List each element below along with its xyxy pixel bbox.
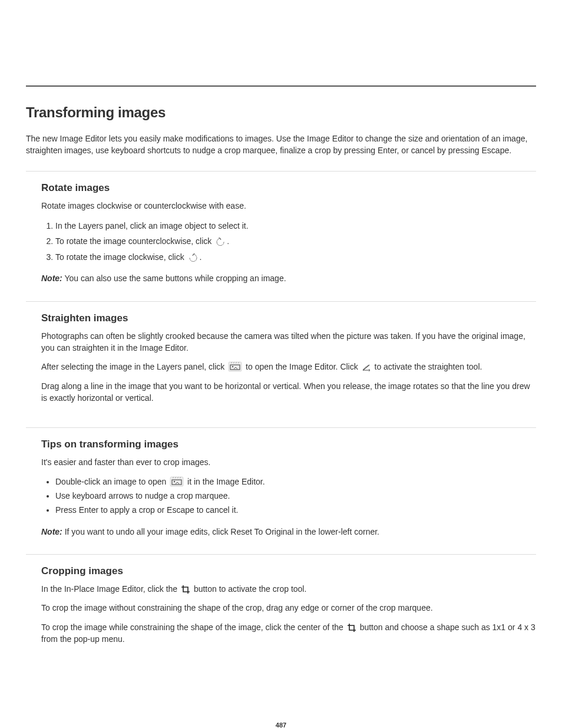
page-number: 487 bbox=[26, 722, 536, 728]
descr-crop-2: To crop the image without constraining t… bbox=[41, 602, 536, 614]
list-item: To rotate the image counterclockwise, cl… bbox=[55, 234, 536, 249]
note-tips: Note: If you want to undo all your image… bbox=[41, 526, 536, 538]
crop-icon bbox=[347, 623, 356, 633]
list-item: Press Enter to apply a crop or Escape to… bbox=[55, 503, 536, 518]
image-editor-icon bbox=[170, 476, 184, 487]
image-editor-icon bbox=[228, 361, 242, 372]
list-item: Use keyboard arrows to nudge a crop marq… bbox=[55, 489, 536, 503]
heading-crop: Cropping images bbox=[41, 565, 536, 577]
section-rotate: Rotate images Rotate images clockwise or… bbox=[26, 171, 536, 301]
descr-crop-1: In the In-Place Image Editor, click the … bbox=[41, 583, 536, 595]
descr-rotate: Rotate images clockwise or counterclockw… bbox=[41, 200, 536, 212]
rotate-ccw-icon bbox=[215, 237, 226, 246]
heading-rotate: Rotate images bbox=[41, 182, 536, 194]
rotate-cw-icon bbox=[188, 253, 199, 262]
intro-text: The new Image Editor lets you easily mak… bbox=[26, 133, 536, 157]
section-tips: Tips on transforming images It's easier … bbox=[26, 427, 536, 554]
section-crop: Cropping images In the In-Place Image Ed… bbox=[26, 554, 536, 668]
crop-icon bbox=[181, 585, 190, 594]
straighten-icon bbox=[362, 363, 371, 372]
page-title: Transforming images bbox=[26, 104, 536, 121]
descr-tips: It's easier and faster than ever to crop… bbox=[41, 456, 536, 468]
list-item: Double-click an image to open it in the … bbox=[55, 475, 536, 489]
section-straighten: Straighten images Photographs can often … bbox=[26, 301, 536, 427]
note-rotate: Note: You can also use the same buttons … bbox=[41, 272, 536, 284]
list-item: To rotate the image clockwise, click . bbox=[55, 250, 536, 265]
heading-tips: Tips on transforming images bbox=[41, 439, 536, 450]
descr-crop-3: To crop the image while constraining the… bbox=[41, 621, 536, 645]
descr-straighten-3: Drag along a line in the image that you … bbox=[41, 380, 536, 404]
descr-straighten-2: After selecting the image in the Layers … bbox=[41, 361, 536, 373]
descr-straighten-1: Photographs can often be slightly crooke… bbox=[41, 330, 536, 354]
list-item: In the Layers panel, click an image obje… bbox=[55, 219, 536, 233]
heading-straighten: Straighten images bbox=[41, 312, 536, 324]
